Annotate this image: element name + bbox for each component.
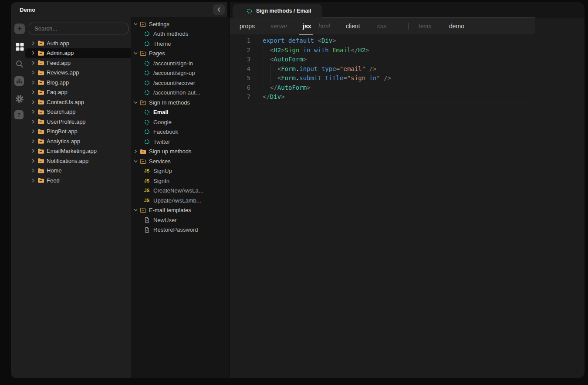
folder-icon	[37, 109, 44, 115]
tree-section-row[interactable]: Pages	[131, 49, 230, 59]
code-text: <Form.input type="email" />	[250, 65, 376, 72]
tree-item-label: Auth methods	[153, 30, 188, 37]
project-row[interactable]: Auth.app	[25, 38, 131, 48]
folder-open-icon	[140, 207, 146, 213]
tree-item-row[interactable]: /account/sign-in	[131, 58, 230, 68]
component-icon	[144, 70, 150, 76]
tree-section-row[interactable]: Settings	[131, 19, 230, 29]
code-tab-jsx[interactable]: jsx	[303, 18, 311, 34]
code-tab-tests[interactable]: tests	[419, 18, 432, 34]
chevron-right-icon	[31, 41, 35, 45]
tree-item-row[interactable]: Email	[131, 108, 230, 118]
project-row[interactable]: Search.app	[25, 107, 131, 117]
chevron-right-icon	[31, 120, 35, 124]
tree-item-row[interactable]: /account/recover	[131, 78, 230, 88]
code-line[interactable]: 5 <Form.submit title="sign in" />	[230, 74, 585, 83]
code-line[interactable]: 4 <Form.input type="email" />	[230, 64, 585, 74]
search-input[interactable]	[29, 23, 128, 34]
tree-item-label: /account/non-aut...	[153, 89, 200, 96]
js-icon: JS	[144, 179, 149, 183]
tree-item-row[interactable]: Google	[131, 117, 230, 127]
add-button[interactable]: +	[14, 24, 25, 34]
app-title: Demo	[20, 7, 35, 13]
code-tab-demo[interactable]: demo	[449, 18, 464, 34]
tree-item-row[interactable]: JSSignUp	[131, 166, 230, 176]
tree-item-label: SignUp	[153, 168, 172, 174]
project-row[interactable]: Feed	[25, 176, 131, 186]
chevron-right-icon	[31, 71, 35, 74]
project-row[interactable]: Notifications.app	[25, 156, 131, 166]
folder-open-icon	[140, 159, 146, 164]
folder-icon	[37, 70, 44, 76]
project-row[interactable]: UserProfile.app	[25, 117, 131, 127]
chevron-down-icon	[134, 22, 138, 26]
code-token: />	[384, 74, 391, 81]
tree-item-row[interactable]: JSSignIn	[131, 176, 230, 186]
tree-item-row[interactable]: Twitter	[131, 137, 230, 147]
code-tab-client[interactable]: client	[346, 18, 360, 34]
tree-item-row[interactable]: JSUpdateAwsLamb...	[131, 196, 230, 206]
code-token: <	[277, 74, 281, 81]
tree-item-row[interactable]: /account/non-aut...	[131, 88, 230, 98]
code-token: Div	[321, 37, 332, 44]
chevron-right-icon	[31, 139, 35, 143]
project-row[interactable]: Faq.app	[25, 88, 131, 98]
project-row[interactable]: ContactUs.app	[25, 97, 131, 107]
code-text: </AutoForm>	[250, 84, 311, 91]
project-row[interactable]: Blog.app	[25, 78, 131, 88]
code-line[interactable]: 6 </AutoForm>	[230, 83, 585, 92]
code-token: </	[351, 47, 358, 54]
active-line-border-bottom	[255, 104, 535, 104]
folder-icon	[37, 99, 44, 105]
tree-item-row[interactable]: /account/sign-up	[131, 68, 230, 78]
tree-section-row[interactable]: Sign In methods	[131, 98, 230, 108]
tree-item-row[interactable]: JSCreateNewAwsLa...	[131, 186, 230, 196]
code-text: <AutoForm>	[250, 56, 307, 63]
project-label: Auth.app	[47, 40, 69, 47]
chevron-right-icon	[134, 149, 138, 153]
project-row[interactable]: Analytics.app	[25, 136, 131, 146]
code-token: in	[369, 74, 377, 81]
code-token: H2	[358, 47, 365, 54]
tree-section-row[interactable]: Services	[131, 156, 230, 166]
collapse-sidebar-button[interactable]	[213, 4, 225, 15]
code-token: >	[332, 37, 336, 44]
chevron-right-icon	[31, 100, 35, 104]
code-line[interactable]: 7</Div>	[230, 92, 585, 102]
file-tab[interactable]: Sign methods / Email	[233, 4, 322, 18]
line-number: 2	[230, 47, 250, 54]
code-token: Div	[270, 93, 281, 100]
code-token	[263, 56, 270, 63]
code-token: submit	[299, 74, 321, 81]
tree-item-row[interactable]: Auth methods	[131, 29, 230, 39]
code-tab-server[interactable]: server	[270, 18, 287, 34]
code-token: >	[303, 56, 307, 63]
code-line[interactable]: 3 <AutoForm>	[230, 55, 585, 64]
code-line[interactable]: 1export default <Div>	[230, 36, 585, 46]
tree-section-row[interactable]: E-mail templates	[131, 206, 230, 216]
code-tab-props[interactable]: props	[240, 18, 255, 34]
tree-section-label: Services	[149, 158, 171, 165]
project-row[interactable]: Feed.app	[25, 58, 131, 68]
tree-item-label: SignIn	[153, 178, 169, 184]
active-line-border-top	[255, 92, 535, 92]
code-token: Form	[281, 74, 296, 81]
project-row[interactable]: PingBot.app	[25, 127, 131, 137]
project-row[interactable]: EmailMarketing.app	[25, 146, 131, 156]
chevron-right-icon	[31, 90, 35, 94]
code-line[interactable]: 2 <H2>Sign in with Email</H2>	[230, 45, 585, 55]
code-token: Email	[329, 47, 351, 54]
tree-item-row[interactable]: RestorePassword	[131, 225, 230, 235]
tree-item-row[interactable]: Theme	[131, 39, 230, 49]
code-tab-css[interactable]: css	[377, 18, 386, 34]
project-row[interactable]: Admin.app	[25, 48, 131, 58]
code-token: type	[321, 65, 336, 72]
line-number: 6	[230, 84, 250, 91]
component-icon	[144, 90, 150, 95]
tree-item-row[interactable]: Facebook	[131, 127, 230, 137]
code-tab-html[interactable]: html	[318, 18, 330, 34]
project-row[interactable]: Reviews.app	[25, 68, 131, 78]
tree-section-row[interactable]: Sign up methods	[131, 147, 230, 157]
project-row[interactable]: Home	[25, 166, 131, 176]
tree-item-row[interactable]: NewUser	[131, 215, 230, 225]
